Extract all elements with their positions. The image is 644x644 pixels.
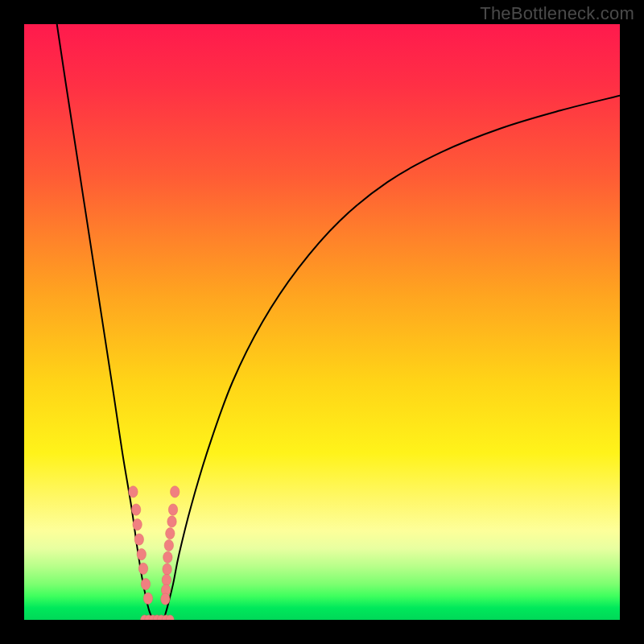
data-marker [131, 504, 140, 515]
data-marker [168, 504, 177, 515]
data-marker [161, 593, 170, 605]
watermark-text: TheBottleneck.com [480, 3, 634, 24]
data-marker [163, 551, 172, 563]
plot-area [24, 24, 620, 620]
curve-left-branch [57, 24, 153, 620]
curve-layer [24, 24, 620, 620]
data-marker [138, 563, 147, 574]
data-marker [143, 592, 152, 604]
data-marker [141, 578, 150, 589]
chart-frame: TheBottleneck.com [0, 0, 644, 644]
data-marker [171, 486, 180, 497]
data-marker [164, 539, 173, 551]
data-marker [162, 574, 171, 585]
curve-right-branch [163, 96, 620, 620]
data-marker [166, 528, 175, 539]
data-marker [134, 534, 143, 545]
data-marker [167, 516, 176, 527]
data-marker [137, 548, 146, 559]
data-marker [129, 486, 138, 497]
data-marker [133, 518, 142, 530]
marker-group [129, 486, 180, 620]
data-marker [163, 564, 171, 575]
